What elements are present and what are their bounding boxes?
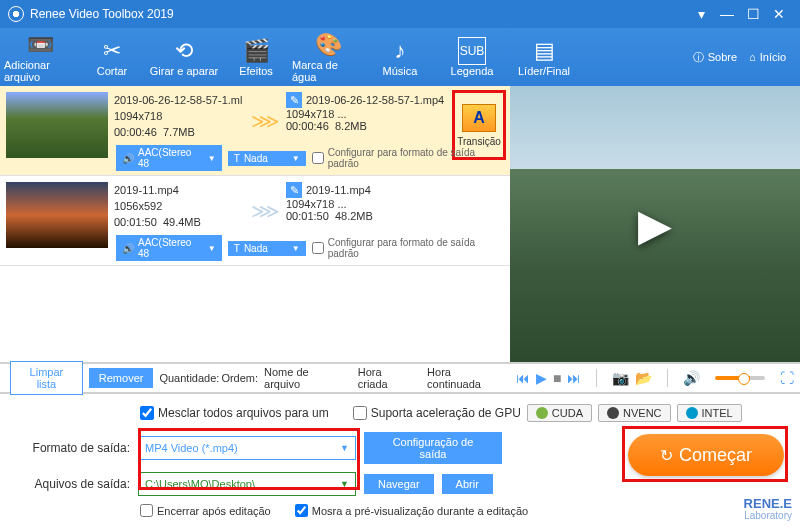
video-row[interactable]: 2019-06-26-12-58-57-1.ml 1094x718 00:00:… <box>0 86 510 176</box>
format-label: Formato de saída: <box>12 441 130 455</box>
rotate-crop-button[interactable]: ⟲Girar e aparar <box>148 28 220 86</box>
clear-list-button[interactable]: Limpar lista <box>10 361 83 395</box>
remove-button[interactable]: Remover <box>89 368 154 388</box>
fullscreen-button[interactable]: ⛶ <box>780 370 794 386</box>
output-config-button[interactable]: Configuração de saída <box>364 432 502 464</box>
rotate-icon: ⟲ <box>170 37 198 65</box>
close-button[interactable]: ✕ <box>766 6 792 22</box>
maximize-button[interactable]: ☐ <box>740 6 766 22</box>
show-preview-checkbox[interactable]: Mosra a pré-visualização durante a edita… <box>295 504 528 517</box>
info-icon: ⓘ <box>693 50 704 65</box>
refresh-icon: ↻ <box>660 446 673 465</box>
output-panel: Mesclar todos arquivos para um Suporta a… <box>0 394 800 525</box>
audio-dropdown[interactable]: 🔊AAC(Stereo 48▼ <box>116 235 222 261</box>
open-folder-button[interactable]: 📂 <box>635 370 652 386</box>
subtitle-dropdown[interactable]: TNada▼ <box>228 241 306 256</box>
home-link[interactable]: ⌂Início <box>749 51 786 63</box>
effects-icon: 🎬 <box>242 37 270 65</box>
default-output-checkbox[interactable]: Configurar para formato de saída padrão <box>312 147 506 169</box>
snapshot-button[interactable]: 📷 <box>612 370 629 386</box>
music-icon: ♪ <box>386 37 414 65</box>
browse-button[interactable]: Navegar <box>364 474 434 494</box>
output-path-dropdown[interactable]: C:\Users\MO\Desktop\▼ <box>138 472 356 496</box>
quantity-label: Quantidade: <box>159 372 219 384</box>
default-output-checkbox[interactable]: Configurar para formato de saída padrão <box>312 237 506 259</box>
brand-logo: RENE.E Laboratory <box>744 498 792 521</box>
format-dropdown[interactable]: MP4 Video (*.mp4)▼ <box>138 436 356 460</box>
video-list: 2019-06-26-12-58-57-1.ml 1094x718 00:00:… <box>0 86 510 362</box>
subtitle-icon: SUB <box>458 37 486 65</box>
film-icon: 📼 <box>26 31 54 59</box>
add-file-button[interactable]: 📼Adicionar arquivo <box>4 28 76 86</box>
volume-slider[interactable] <box>715 376 765 380</box>
sort-by-name[interactable]: Nome de arquivo <box>264 366 340 390</box>
intel-button[interactable]: INTEL <box>677 404 742 422</box>
minimize-button[interactable]: — <box>714 6 740 22</box>
preview-pane: ▶ <box>510 86 800 362</box>
cuda-button[interactable]: CUDA <box>527 404 592 422</box>
video-thumbnail <box>6 92 108 158</box>
volume-icon[interactable]: 🔊 <box>683 370 700 386</box>
play-button[interactable]: ▶ <box>536 370 547 386</box>
toolbar-right: ⓘSobre ⌂Início <box>693 50 796 65</box>
settings-icon[interactable]: ▾ <box>688 6 714 22</box>
nvenc-button[interactable]: NVENC <box>598 404 671 422</box>
main-toolbar: 📼Adicionar arquivo ✂Cortar ⟲Girar e apar… <box>0 28 800 86</box>
home-icon: ⌂ <box>749 51 756 63</box>
shutdown-checkbox[interactable]: Encerrar após editação <box>140 504 271 517</box>
music-button[interactable]: ♪Música <box>364 28 436 86</box>
cut-button[interactable]: ✂Cortar <box>76 28 148 86</box>
scissors-icon: ✂ <box>98 37 126 65</box>
subtitle-button[interactable]: SUBLegenda <box>436 28 508 86</box>
sort-by-duration[interactable]: Hora continuada <box>427 366 500 390</box>
about-link[interactable]: ⓘSobre <box>693 50 737 65</box>
gpu-checkbox[interactable]: Suporta aceleração de GPU <box>353 406 521 420</box>
open-button[interactable]: Abrir <box>442 474 493 494</box>
slate-icon: ▤ <box>530 37 558 65</box>
audio-dropdown[interactable]: 🔊AAC(Stereo 48▼ <box>116 145 222 171</box>
app-logo-icon <box>8 6 24 22</box>
next-button[interactable]: ⏭ <box>567 370 581 386</box>
watermark-button[interactable]: 🎨Marca de água <box>292 28 364 86</box>
play-preview-button[interactable]: ▶ <box>638 199 672 250</box>
stop-button[interactable]: ■ <box>553 370 561 386</box>
video-row[interactable]: 2019-11.mp4 1056x592 00:01:50 49.4MB ⋙ ✎… <box>0 176 510 266</box>
start-button[interactable]: ↻Começar <box>628 434 784 476</box>
palette-icon: 🎨 <box>314 31 342 59</box>
path-label: Aquivos de saída: <box>12 477 130 491</box>
edit-icon[interactable]: ✎ <box>286 92 302 108</box>
titlebar: Renee Video Toolbox 2019 ▾ — ☐ ✕ <box>0 0 800 28</box>
player-controls: ⏮ ▶ ■ ⏭ 📷 📂 🔊 ⛶ <box>510 362 800 394</box>
prev-button[interactable]: ⏮ <box>516 370 530 386</box>
sort-by-created[interactable]: Hora criada <box>358 366 409 390</box>
transition-icon: A <box>462 104 496 132</box>
video-thumbnail <box>6 182 108 248</box>
edit-icon[interactable]: ✎ <box>286 182 302 198</box>
merge-checkbox[interactable]: Mesclar todos arquivos para um <box>140 406 329 420</box>
intro-outro-button[interactable]: ▤Líder/Final <box>508 28 580 86</box>
order-label: Ordem: <box>221 372 258 384</box>
list-footer: Limpar lista Remover Quantidade: Ordem: … <box>0 362 510 394</box>
app-title: Renee Video Toolbox 2019 <box>30 7 688 21</box>
subtitle-dropdown[interactable]: TNada▼ <box>228 151 306 166</box>
effects-button[interactable]: 🎬Efeitos <box>220 28 292 86</box>
